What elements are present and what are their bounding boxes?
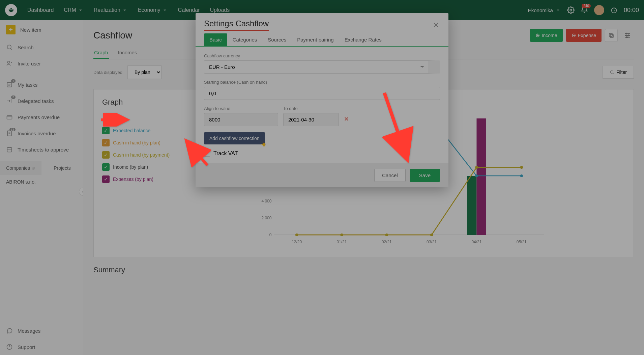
- modal-overlay[interactable]: [0, 0, 644, 355]
